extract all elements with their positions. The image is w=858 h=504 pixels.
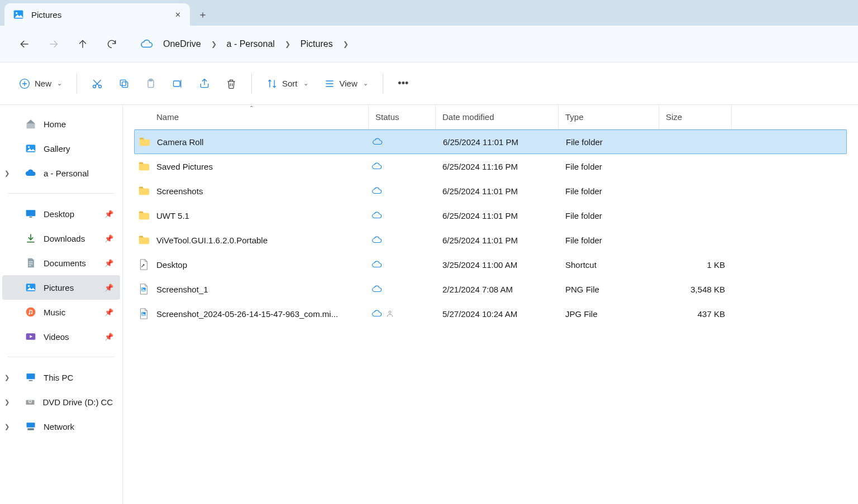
- new-tab-button[interactable]: ＋: [190, 3, 216, 26]
- file-name: UWT 5.1: [156, 211, 189, 220]
- table-row[interactable]: UWT 5.16/25/2024 11:01 PMFile folder: [134, 203, 847, 228]
- file-name: Camera Roll: [157, 137, 203, 147]
- sidebar-item-onedrive-personal[interactable]: ❯ a - Personal: [2, 161, 120, 185]
- forward-button[interactable]: [42, 33, 65, 55]
- desktop-icon: [25, 208, 37, 220]
- crumb-personal[interactable]: a - Personal: [221, 37, 280, 51]
- file-name-cell: Screenshot_2024-05-26-14-15-47-963_com.m…: [134, 308, 369, 320]
- sidebar-item-gallery[interactable]: Gallery: [2, 136, 120, 161]
- column-status[interactable]: Status: [369, 105, 436, 129]
- crumb-pictures[interactable]: Pictures: [295, 37, 339, 51]
- refresh-button[interactable]: [101, 33, 123, 55]
- folder-icon: [137, 160, 150, 172]
- downloads-icon: [25, 232, 37, 244]
- chevron-right-icon[interactable]: ❯: [283, 40, 293, 48]
- rename-button[interactable]: [166, 73, 189, 95]
- file-type: PNG File: [559, 285, 659, 294]
- sidebar-item-this-pc[interactable]: ❯ This PC: [2, 365, 120, 390]
- svg-point-11: [28, 146, 30, 148]
- sidebar-item-desktop[interactable]: Desktop 📌: [2, 201, 120, 226]
- column-date[interactable]: Date modified: [436, 105, 559, 129]
- sidebar-item-dvd-drive[interactable]: ❯ DVD Drive (D:) CCC: [2, 390, 120, 414]
- sidebar-label: Videos: [44, 332, 69, 342]
- svg-point-24: [30, 401, 31, 402]
- main-area: Home Gallery ❯ a - Personal Desktop 📌 Do…: [0, 105, 858, 504]
- file-name-cell: Desktop: [134, 258, 369, 271]
- pin-icon: 📌: [104, 333, 113, 341]
- sidebar-item-pictures[interactable]: Pictures 📌: [2, 275, 120, 300]
- file-name: Screenshot_2024-05-26-14-15-47-963_com.m…: [156, 309, 338, 319]
- folder-icon: [137, 234, 150, 246]
- chevron-right-icon[interactable]: ❯: [1, 423, 12, 430]
- paste-button[interactable]: [140, 73, 162, 95]
- chevron-right-icon[interactable]: ❯: [341, 40, 351, 48]
- svg-point-18: [31, 313, 32, 314]
- sidebar-item-documents[interactable]: Documents 📌: [2, 251, 120, 275]
- table-row[interactable]: Screenshot_2024-05-26-14-15-47-963_com.m…: [134, 301, 847, 326]
- file-name: Saved Pictures: [156, 162, 213, 171]
- sort-button[interactable]: Sort ⌄: [261, 73, 314, 95]
- folder-icon: [137, 209, 150, 222]
- table-row[interactable]: Saved Pictures6/25/2024 11:16 PMFile fol…: [134, 154, 847, 179]
- close-icon[interactable]: ✕: [173, 10, 182, 19]
- sidebar-label: Home: [44, 119, 66, 129]
- copy-button[interactable]: [113, 73, 135, 95]
- file-type: File folder: [559, 162, 659, 171]
- chevron-right-icon[interactable]: ❯: [1, 399, 12, 406]
- music-icon: [25, 306, 37, 318]
- sidebar-label: Desktop: [44, 209, 74, 219]
- file-rows: Camera Roll6/25/2024 11:01 PMFile folder…: [134, 129, 847, 326]
- svg-rect-6: [120, 80, 126, 85]
- more-button[interactable]: •••: [392, 73, 414, 95]
- sidebar-item-music[interactable]: Music 📌: [2, 300, 120, 324]
- back-button[interactable]: [13, 33, 36, 55]
- file-status: [369, 210, 436, 220]
- table-row[interactable]: Screenshot_12/21/2024 7:08 AMPNG File3,5…: [134, 277, 847, 301]
- chevron-down-icon: ⌄: [363, 80, 368, 87]
- folder-icon: [138, 136, 150, 148]
- delete-button[interactable]: [220, 73, 242, 95]
- column-type[interactable]: Type: [559, 105, 659, 129]
- column-size[interactable]: Size: [659, 105, 732, 129]
- view-button[interactable]: View ⌄: [318, 73, 374, 95]
- sidebar-item-downloads[interactable]: Downloads 📌: [2, 226, 120, 251]
- svg-rect-13: [30, 217, 32, 218]
- chevron-right-icon[interactable]: ❯: [1, 374, 12, 381]
- sidebar-item-home[interactable]: Home: [2, 112, 120, 136]
- file-type: File folder: [559, 186, 659, 196]
- tab-pictures[interactable]: Pictures ✕: [4, 3, 190, 26]
- sidebar-item-videos[interactable]: Videos 📌: [2, 324, 120, 349]
- chevron-right-icon[interactable]: ❯: [1, 170, 12, 177]
- file-type: JPG File: [559, 309, 659, 319]
- table-row[interactable]: Desktop3/25/2024 11:00 AMShortcut1 KB: [134, 252, 847, 277]
- table-row[interactable]: Screenshots6/25/2024 11:01 PMFile folder: [134, 179, 847, 203]
- pictures-icon: [25, 281, 37, 294]
- tab-title: Pictures: [31, 10, 166, 20]
- up-button[interactable]: [72, 33, 94, 55]
- file-date: 5/27/2024 10:24 AM: [436, 309, 559, 319]
- svg-rect-26: [27, 428, 34, 430]
- file-name: ViVeTool.GUI.1.6.2.0.Portable: [156, 236, 268, 245]
- table-row[interactable]: Camera Roll6/25/2024 11:01 PMFile folder: [134, 129, 847, 154]
- new-button[interactable]: New ⌄: [13, 73, 68, 95]
- column-headers: Name ⌃ Status Date modified Type Size: [134, 105, 847, 129]
- sidebar-item-network[interactable]: ❯ Network: [2, 414, 120, 439]
- cut-button[interactable]: [86, 73, 108, 95]
- file-type: File folder: [559, 137, 660, 147]
- sidebar-label: Downloads: [44, 234, 85, 243]
- sidebar-label: Gallery: [44, 144, 70, 153]
- network-icon: [25, 420, 37, 433]
- table-row[interactable]: ViVeTool.GUI.1.6.2.0.Portable6/25/2024 1…: [134, 228, 847, 252]
- pin-icon: 📌: [104, 259, 113, 267]
- column-name[interactable]: Name ⌃: [134, 105, 369, 129]
- crumb-onedrive[interactable]: OneDrive: [158, 37, 207, 51]
- file-name-cell: Saved Pictures: [134, 160, 369, 172]
- svg-point-30: [142, 313, 143, 314]
- svg-rect-20: [27, 373, 35, 379]
- chevron-right-icon[interactable]: ❯: [209, 40, 219, 48]
- breadcrumb[interactable]: OneDrive ❯ a - Personal ❯ Pictures ❯: [135, 33, 356, 55]
- image-icon: [137, 283, 150, 295]
- file-name-cell: Screenshots: [134, 185, 369, 197]
- sidebar-label: This PC: [44, 373, 73, 382]
- share-button[interactable]: [193, 73, 216, 95]
